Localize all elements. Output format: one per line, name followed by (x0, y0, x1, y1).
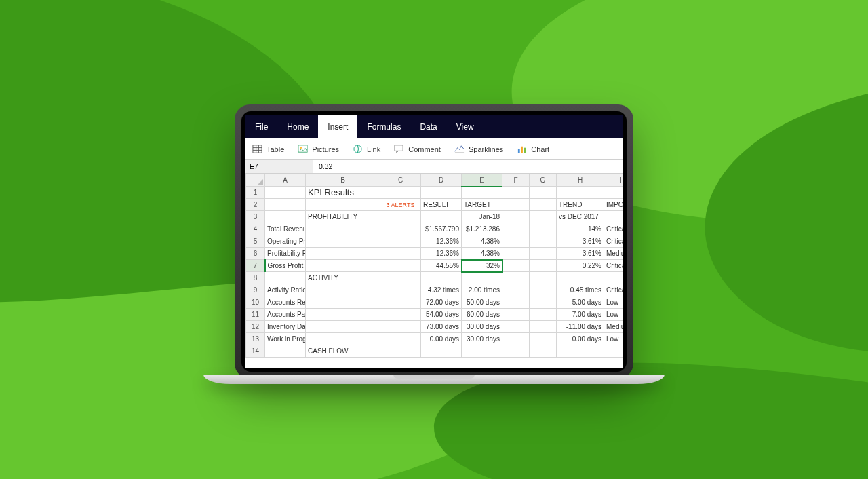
cell-E2[interactable]: TARGET (462, 199, 502, 211)
cell-I5[interactable]: Critical (604, 235, 623, 248)
cell-B2[interactable] (306, 199, 380, 211)
cell-H9[interactable]: 0.45 times (557, 284, 604, 296)
cell-H12[interactable]: -11.00 days (557, 321, 604, 333)
cell-A6[interactable]: Profitability Ratio (265, 248, 306, 260)
cell-E1[interactable] (462, 187, 502, 199)
cell-H3[interactable]: vs DEC 2017 (557, 211, 604, 223)
cell-D6[interactable]: 12.36% (421, 248, 462, 260)
cell-G3[interactable] (530, 211, 557, 223)
menu-tab-formulas[interactable]: Formulas (357, 115, 410, 138)
col-header-I[interactable]: I (604, 174, 623, 187)
cell-C6[interactable] (380, 248, 421, 260)
toolbar-link-button[interactable]: Link (353, 144, 380, 154)
col-header-C[interactable]: C (380, 174, 421, 187)
cell-I6[interactable]: Medium (604, 248, 623, 260)
cell-B14[interactable]: CASH FLOW (306, 345, 380, 358)
row-header-4[interactable]: 4 (246, 223, 265, 235)
toolbar-table-button[interactable]: Table (252, 144, 284, 154)
cell-C7[interactable] (380, 260, 421, 272)
cell-A8[interactable] (265, 272, 306, 284)
cell-C2[interactable]: 3 ALERTS (380, 199, 421, 211)
cell-I8[interactable] (604, 272, 623, 284)
cell-I2[interactable]: IMPORTAN (604, 199, 623, 211)
row-header-14[interactable]: 14 (246, 345, 265, 358)
cell-D8[interactable] (421, 272, 462, 284)
toolbar-sparklines-button[interactable]: Sparklines (454, 144, 503, 154)
cell-F4[interactable] (502, 223, 530, 235)
cell-C3[interactable] (380, 211, 421, 223)
cell-B10[interactable] (306, 296, 380, 309)
cell-H10[interactable]: -5.00 days (557, 296, 604, 309)
row-header-11[interactable]: 11 (246, 309, 265, 321)
select-all-corner[interactable] (246, 174, 265, 187)
cell-A2[interactable] (265, 199, 306, 211)
cell-C10[interactable] (380, 296, 421, 309)
cell-G1[interactable] (530, 187, 557, 199)
cell-I9[interactable]: Critical (604, 284, 623, 296)
cell-F10[interactable] (502, 296, 530, 309)
cell-C11[interactable] (380, 309, 421, 321)
cell-G7[interactable] (530, 260, 557, 272)
cell-B11[interactable] (306, 309, 380, 321)
cell-I3[interactable] (604, 211, 623, 223)
row-header-1[interactable]: 1 (246, 187, 265, 199)
cell-F7[interactable] (502, 260, 530, 272)
cell-F6[interactable] (502, 248, 530, 260)
cell-G12[interactable] (530, 321, 557, 333)
cell-A3[interactable] (265, 211, 306, 223)
cell-G9[interactable] (530, 284, 557, 296)
cell-F5[interactable] (502, 235, 530, 248)
cell-A10[interactable]: Accounts Receivable Days (265, 296, 306, 309)
cell-D7[interactable]: 44.55% (421, 260, 462, 272)
cell-C8[interactable] (380, 272, 421, 284)
name-box[interactable]: E7 (245, 160, 313, 173)
cell-E6[interactable]: -4.38% (462, 248, 502, 260)
row-header-7[interactable]: 7 (246, 260, 265, 272)
cell-E13[interactable]: 30.00 days (462, 333, 502, 345)
cell-B12[interactable] (306, 321, 380, 333)
cell-A1[interactable] (265, 187, 306, 199)
menu-tab-file[interactable]: File (245, 115, 277, 138)
cell-I11[interactable]: Low (604, 309, 623, 321)
cell-E4[interactable]: $1.213.286 (462, 223, 502, 235)
cell-G11[interactable] (530, 309, 557, 321)
cell-F12[interactable] (502, 321, 530, 333)
cell-B6[interactable] (306, 248, 380, 260)
toolbar-pictures-button[interactable]: Pictures (298, 144, 339, 154)
cell-G10[interactable] (530, 296, 557, 309)
cell-I4[interactable]: Critical (604, 223, 623, 235)
cell-A14[interactable] (265, 345, 306, 358)
cell-C14[interactable] (380, 345, 421, 358)
col-header-D[interactable]: D (421, 174, 462, 187)
cell-E9[interactable]: 2.00 times (462, 284, 502, 296)
cell-H8[interactable] (557, 272, 604, 284)
row-header-10[interactable]: 10 (246, 296, 265, 309)
cell-A11[interactable]: Accounts Payable Days (265, 309, 306, 321)
cell-D5[interactable]: 12.36% (421, 235, 462, 248)
cell-G14[interactable] (530, 345, 557, 358)
cell-G13[interactable] (530, 333, 557, 345)
cell-I12[interactable]: Medium (604, 321, 623, 333)
cell-B13[interactable] (306, 333, 380, 345)
cell-D14[interactable] (421, 345, 462, 358)
cell-I14[interactable] (604, 345, 623, 358)
cell-E8[interactable] (462, 272, 502, 284)
row-header-12[interactable]: 12 (246, 321, 265, 333)
menu-tab-view[interactable]: View (447, 115, 484, 138)
row-header-2[interactable]: 2 (246, 199, 265, 211)
cell-I1[interactable] (604, 187, 623, 199)
cell-C4[interactable] (380, 223, 421, 235)
cell-E12[interactable]: 30.00 days (462, 321, 502, 333)
cell-F13[interactable] (502, 333, 530, 345)
cell-H7[interactable]: 0.22% (557, 260, 604, 272)
cell-F11[interactable] (502, 309, 530, 321)
cell-F2[interactable] (502, 199, 530, 211)
cell-F9[interactable] (502, 284, 530, 296)
row-header-13[interactable]: 13 (246, 333, 265, 345)
cell-F14[interactable] (502, 345, 530, 358)
row-header-5[interactable]: 5 (246, 235, 265, 248)
row-header-8[interactable]: 8 (246, 272, 265, 284)
cell-E11[interactable]: 60.00 days (462, 309, 502, 321)
cell-B1[interactable]: KPI Results (306, 187, 380, 199)
cell-F8[interactable] (502, 272, 530, 284)
